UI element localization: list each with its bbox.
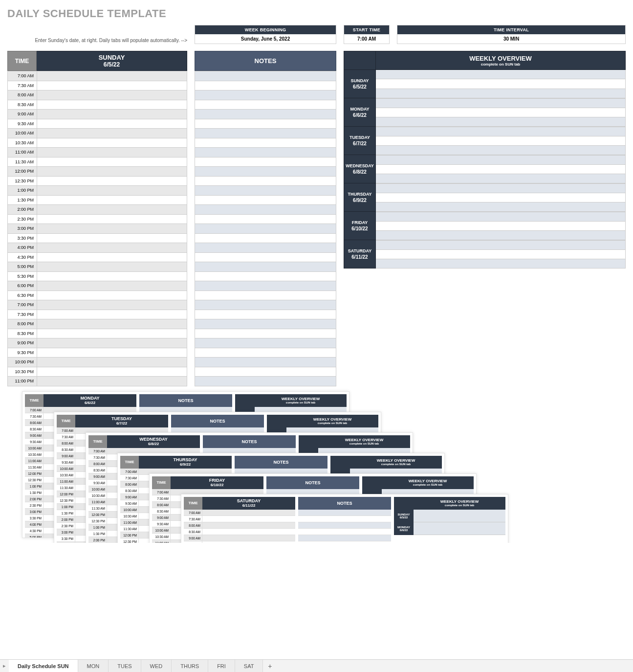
schedule-cell[interactable] [37,128,187,138]
overview-cell[interactable] [376,70,626,79]
notes-cell[interactable] [195,233,336,243]
notes-cell[interactable] [195,71,336,81]
schedule-cell[interactable] [37,376,187,386]
schedule-cell[interactable] [37,119,187,129]
overview-cell[interactable] [376,108,626,117]
overview-cell[interactable] [376,183,626,193]
schedule-cell[interactable] [37,157,187,167]
schedule-cell[interactable] [37,109,187,119]
week-beginning-value[interactable]: Sunday, June 5, 2022 [195,34,336,44]
schedule-cell[interactable] [37,310,187,319]
notes-cell[interactable] [195,262,336,271]
schedule-cell[interactable] [37,224,187,233]
schedule-cell[interactable] [37,243,187,252]
notes-cell[interactable] [195,271,336,281]
schedule-row: 2:30 PM [8,214,187,224]
overview-cell[interactable] [376,127,626,136]
schedule-cell[interactable] [37,291,187,300]
notes-cell[interactable] [195,357,336,367]
schedule-cell[interactable] [37,252,187,262]
schedule-cell[interactable] [37,357,187,367]
notes-cell[interactable] [195,157,336,167]
schedule-cell[interactable] [37,348,187,358]
schedule-cell[interactable] [37,319,187,329]
schedule-cell[interactable] [37,281,187,291]
schedule-cell[interactable] [37,204,187,214]
schedule-cell[interactable] [37,90,187,100]
notes-cell[interactable] [195,310,336,319]
schedule-cell[interactable] [37,300,187,310]
schedule-cell[interactable] [37,100,187,110]
time-cell: 11:30 AM [8,157,37,167]
overview-cell[interactable] [376,89,626,98]
notes-cell[interactable] [195,224,336,233]
schedule-cell[interactable] [37,233,187,243]
interval-value[interactable]: 30 MIN [397,34,625,44]
schedule-cell[interactable] [37,176,187,186]
day-date: 6/5/22 [37,61,187,68]
notes-cell[interactable] [195,90,336,100]
notes-cell[interactable] [195,367,336,377]
notes-cell[interactable] [195,291,336,300]
notes-cell[interactable] [195,119,336,129]
schedule-cell[interactable] [37,71,187,81]
schedule-cell[interactable] [37,195,187,205]
overview-cell[interactable] [376,174,626,183]
overview-cell[interactable] [376,98,626,108]
overview-cell[interactable] [376,222,626,231]
overview-cell[interactable] [376,212,626,222]
notes-cell[interactable] [195,185,336,195]
notes-cell[interactable] [195,109,336,119]
notes-cell[interactable] [195,281,336,291]
overview-cell[interactable] [376,136,626,146]
schedule-cell[interactable] [37,81,187,90]
schedule-cell[interactable] [37,338,187,348]
overview-cell[interactable] [376,231,626,240]
notes-cell[interactable] [195,100,336,110]
time-column-header: TIME [7,51,37,71]
schedule-cell[interactable] [37,367,187,377]
schedule-cell[interactable] [37,185,187,195]
schedule-cell[interactable] [37,147,187,157]
schedule-cell[interactable] [37,271,187,281]
notes-cell[interactable] [195,252,336,262]
schedule-cell[interactable] [37,166,187,176]
overview-cell[interactable] [376,240,626,250]
overview-cell[interactable] [376,165,626,174]
notes-cell[interactable] [195,166,336,176]
notes-cell[interactable] [195,214,336,224]
notes-cell[interactable] [195,81,336,90]
overview-cell[interactable] [376,202,626,212]
overview-cell[interactable] [376,79,626,89]
notes-cell[interactable] [195,204,336,214]
notes-cell[interactable] [195,243,336,252]
schedule-cell[interactable] [37,138,187,148]
overview-cell[interactable] [376,146,626,155]
notes-cell[interactable] [195,338,336,348]
notes-cell[interactable] [195,319,336,329]
mini-time-cell: 9:30 AM [120,500,139,506]
start-time-value[interactable]: 7:00 AM [344,34,389,44]
overview-cell[interactable] [376,250,626,259]
overview-cell[interactable] [376,259,626,269]
notes-cell[interactable] [195,128,336,138]
notes-column: NOTES [195,51,336,386]
notes-cell[interactable] [195,376,336,386]
schedule-row: 3:30 PM [8,233,187,243]
overview-cell[interactable] [376,155,626,165]
notes-cell[interactable] [195,138,336,148]
schedule-cell[interactable] [37,262,187,271]
notes-cell[interactable] [195,348,336,358]
notes-cell[interactable] [195,300,336,310]
notes-cell[interactable] [195,176,336,186]
notes-cell[interactable] [195,195,336,205]
schedule-cell[interactable] [37,214,187,224]
schedule-cell[interactable] [37,329,187,338]
overview-cell[interactable] [376,117,626,127]
mini-time-cell: 8:30 AM [152,508,171,514]
overview-cell[interactable] [376,193,626,202]
notes-cell[interactable] [195,329,336,338]
notes-cell[interactable] [195,147,336,157]
time-cell: 8:30 AM [8,100,37,110]
overview-day-block: SATURDAY6/11/22 [344,240,626,269]
